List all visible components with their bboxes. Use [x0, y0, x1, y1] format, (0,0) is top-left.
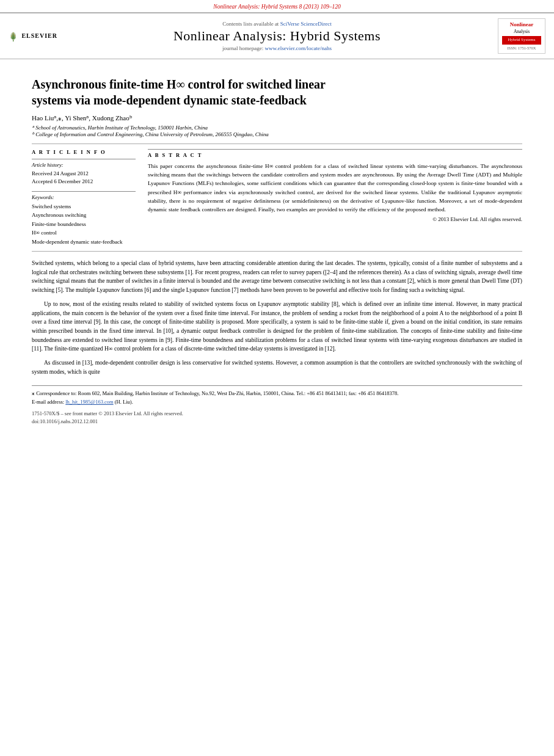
doi-text: doi:10.1016/j.nahs.2012.12.001	[32, 418, 98, 424]
title-text-2: control for switched linear	[185, 78, 326, 91]
journal-header: ELSEVIER Contents lists available at Sci…	[0, 12, 554, 59]
keyword-3: Finite-time boundedness	[32, 220, 136, 228]
abstract-section: A B S T R A C T This paper concerns the …	[148, 149, 522, 223]
keyword-2: Asynchronous switching	[32, 211, 136, 219]
affiliation-b: ᵇ College of Information and Control Eng…	[32, 131, 522, 137]
keyword-1: Switched systems	[32, 202, 136, 211]
journal-reference-banner: Nonlinear Analysis: Hybrid Systems 8 (20…	[0, 0, 554, 12]
homepage-line: journal homepage: www.elsevier.com/locat…	[64, 45, 490, 51]
divider-1	[32, 144, 522, 144]
svg-point-5	[13, 34, 14, 35]
title-text-1: Asynchronous finite-time H	[32, 78, 176, 91]
keyword-5: Mode-dependent dynamic state-feedback	[32, 238, 136, 246]
authors-line: Hao Liuᵃ,⁎, Yi Shenᵃ, Xudong Zhaoᵇ	[32, 114, 522, 122]
body-para-1: Switched systems, which belong to a spec…	[32, 259, 522, 295]
title-hinfty: ∞	[176, 78, 184, 91]
body-para-3: As discussed in [13], mode-dependent con…	[32, 358, 522, 376]
issn-text: 1751-570X/$ – see front matter © 2013 El…	[32, 410, 183, 416]
article-info-col: A R T I C L E I N F O Article history: R…	[32, 149, 136, 246]
email-name: (H. Liu).	[115, 399, 133, 405]
abstract-col: A B S T R A C T This paper concerns the …	[148, 149, 522, 246]
svg-point-3	[14, 35, 15, 37]
keywords-section: Keywords: Switched systems Asynchronous …	[32, 191, 136, 246]
footnotes: ⁎ Correspondence to: Room 602, Main Buil…	[32, 385, 522, 426]
homepage-label: journal homepage:	[222, 45, 263, 51]
homepage-link[interactable]: www.elsevier.com/locate/nahs	[265, 45, 332, 51]
journal-title: Nonlinear Analysis: Hybrid Systems	[64, 28, 490, 44]
abstract-text: This paper concerns the asynchronous fin…	[148, 162, 522, 214]
received-date: Received 24 August 2012	[32, 170, 136, 178]
divider-2	[32, 251, 522, 252]
title-line2: systems via mode-dependent dynamic state…	[32, 93, 307, 107]
journal-logo-right: Nonlinear Analysis Hybrid Systems ISSN: …	[497, 18, 545, 54]
history-heading: Article history:	[32, 162, 136, 168]
body-text: Switched systems, which belong to a spec…	[32, 259, 522, 377]
email-label: E-mail address:	[32, 399, 65, 405]
logo-extra: ISSN: 1751-570X	[502, 46, 541, 51]
sciverse-text: SciVerse ScienceDirect	[280, 21, 332, 27]
abstract-label: A B S T R A C T	[148, 152, 522, 158]
body-para-2: Up to now, most of the existing results …	[32, 300, 522, 354]
affiliations: ᵃ School of Astronautics, Harbin Institu…	[32, 125, 522, 137]
article-title: Asynchronous finite-time H∞ control for …	[32, 76, 522, 108]
nonlinear-analysis-logo: Nonlinear Analysis Hybrid Systems ISSN: …	[498, 18, 545, 54]
banner-text: Nonlinear Analysis: Hybrid Systems 8 (20…	[213, 4, 340, 10]
footnote-email: E-mail address: lh_hit_1985@163.com (H. …	[32, 398, 522, 406]
article-info-abstract: A R T I C L E I N F O Article history: R…	[32, 149, 522, 246]
svg-point-4	[12, 34, 13, 34]
issn-line: 1751-570X/$ – see front matter © 2013 El…	[32, 410, 522, 426]
logo-inner-text: Hybrid Systems	[508, 37, 536, 42]
elsevier-wordmark: ELSEVIER	[21, 32, 57, 39]
svg-point-6	[13, 32, 13, 33]
sciverse-link[interactable]: SciVerse ScienceDirect	[280, 21, 332, 27]
homepage-url: www.elsevier.com/locate/nahs	[265, 45, 332, 51]
logo-inner: Hybrid Systems	[502, 36, 541, 44]
article-info-label: A R T I C L E I N F O	[32, 149, 136, 155]
affiliation-a: ᵃ School of Astronautics, Harbin Institu…	[32, 125, 522, 131]
article-history: Article history: Received 24 August 2012…	[32, 159, 136, 186]
contents-text: Contents lists available at	[222, 21, 279, 27]
keywords-heading: Keywords:	[32, 194, 136, 200]
svg-point-2	[11, 35, 12, 37]
main-content: Asynchronous finite-time H∞ control for …	[0, 59, 554, 434]
elsevier-logo-left: ELSEVIER	[9, 21, 57, 51]
keyword-4: H∞ control	[32, 228, 136, 237]
accepted-date: Accepted 6 December 2012	[32, 178, 136, 186]
authors-text: Hao Liuᵃ,⁎, Yi Shenᵃ, Xudong Zhaoᵇ	[32, 114, 133, 122]
journal-title-section: Contents lists available at SciVerse Sci…	[64, 21, 490, 51]
footnote-corresp: ⁎ Correspondence to: Room 602, Main Buil…	[32, 390, 522, 398]
logo-subtitle: Analysis	[502, 29, 541, 35]
email-link[interactable]: lh_hit_1985@163.com	[65, 399, 113, 405]
logo-title: Nonlinear	[502, 21, 541, 29]
contents-available-line: Contents lists available at SciVerse Sci…	[64, 21, 490, 27]
copyright-line: © 2013 Elsevier Ltd. All rights reserved…	[148, 216, 522, 222]
